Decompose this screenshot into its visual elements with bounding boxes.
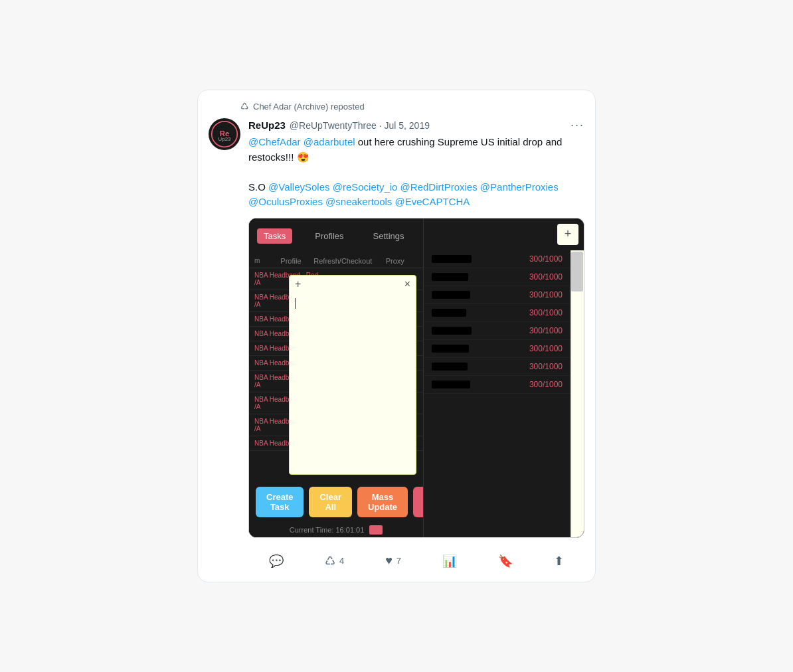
current-time-label: Current Time: 16:01:01 xyxy=(290,526,365,534)
app-inner: Tasks Profiles Settings Proxy Tester m P… xyxy=(249,218,584,537)
nav-profiles[interactable]: Profiles xyxy=(308,228,350,244)
count-display: 300/1000 xyxy=(529,254,563,264)
tweet-header: ReUp23 @ReUpTwentyThree · Jul 5, 2019 ··… xyxy=(248,118,584,132)
blacked-thumbnail xyxy=(432,380,470,388)
tweet-row: Re Up23 ReUp23 @ReUpTwentyThree · Jul 5,… xyxy=(209,118,584,571)
right-row-left xyxy=(432,345,469,353)
count-display: 300/1000 xyxy=(529,290,563,299)
popup-title-bar: + × xyxy=(290,276,416,293)
app-screenshot: Tasks Profiles Settings Proxy Tester m P… xyxy=(248,218,584,538)
nav-settings[interactable]: Settings xyxy=(367,228,411,244)
task-list: NBA Headband - Red /A NBA Headband - Red… xyxy=(249,268,423,481)
right-rows: 300/1000 300/1000 xyxy=(424,250,571,537)
blacked-thumbnail xyxy=(432,363,468,371)
blacked-thumbnail xyxy=(432,291,470,299)
tweet-content: ReUp23 @ReUpTwentyThree · Jul 5, 2019 ··… xyxy=(248,118,584,571)
left-panel: Tasks Profiles Settings Proxy Tester m P… xyxy=(249,218,423,537)
text-cursor xyxy=(295,298,296,309)
user-info: ReUp23 @ReUpTwentyThree · Jul 5, 2019 xyxy=(248,120,430,131)
right-row: 300/1000 xyxy=(424,340,571,358)
reply-action[interactable]: 💬 xyxy=(269,554,284,568)
right-row: 300/1000 xyxy=(424,304,571,322)
analytics-action[interactable]: 📊 xyxy=(442,554,457,568)
more-button[interactable]: ··· xyxy=(571,118,584,132)
count-display: 300/1000 xyxy=(529,344,563,353)
bookmark-icon: 🔖 xyxy=(498,554,513,568)
so-mentions[interactable]: @ValleySoles @reSociety_io @RedDirtProxi… xyxy=(248,181,559,208)
count-display: 300/1000 xyxy=(529,326,563,335)
right-row: 300/1000 xyxy=(424,268,571,286)
retweet-icon: ♺ xyxy=(240,101,249,112)
right-panel: + 300/1000 xyxy=(423,218,584,537)
blacked-thumbnail xyxy=(432,255,472,263)
bottom-bar: Create Task Clear All Mass Update Harves… xyxy=(249,481,423,523)
retweet-action[interactable]: ♺ 4 xyxy=(325,554,344,568)
blacked-thumbnail xyxy=(432,345,469,353)
avatar[interactable]: Re Up23 xyxy=(209,118,240,150)
popup-overlay: + × xyxy=(289,275,416,475)
share-icon: ⬆ xyxy=(554,554,564,568)
mass-update-button[interactable]: Mass Update xyxy=(357,487,408,517)
repost-header: ♺ Chef Adar (Archive) reposted xyxy=(209,101,584,112)
count-display: 300/1000 xyxy=(529,380,563,389)
repost-label: Chef Adar (Archive) reposted xyxy=(253,102,365,112)
create-task-button[interactable]: Create Task xyxy=(256,487,304,517)
mention-chefadar[interactable]: @ChefAdar xyxy=(248,136,301,147)
share-action[interactable]: ⬆ xyxy=(554,554,564,568)
right-row-left xyxy=(432,363,468,371)
right-row-left xyxy=(432,309,466,317)
right-row: 300/1000 xyxy=(424,322,571,340)
right-content: 300/1000 300/1000 xyxy=(424,250,584,537)
right-row-left xyxy=(432,255,472,263)
retweet-icon: ♺ xyxy=(325,554,335,568)
col-refresh: Refresh/Checkout xyxy=(313,257,372,265)
popup-close-button[interactable]: × xyxy=(404,278,410,290)
right-row-left xyxy=(432,380,470,388)
mention-adarbutel[interactable]: @adarbutel xyxy=(304,136,355,147)
count-display: 300/1000 xyxy=(529,272,563,282)
right-row-left xyxy=(432,327,472,335)
retweet-count: 4 xyxy=(339,556,344,566)
handle-date: @ReUpTwentyThree · Jul 5, 2019 xyxy=(290,120,430,131)
like-count: 7 xyxy=(396,556,401,566)
analytics-icon: 📊 xyxy=(442,554,457,568)
col-profile: Profile xyxy=(268,257,314,265)
count-display: 300/1000 xyxy=(529,362,563,371)
status-bar: Current Time: 16:01:01 xyxy=(249,523,423,537)
status-indicator xyxy=(369,525,383,535)
nav-bar: Tasks Profiles Settings Proxy Tester xyxy=(249,218,423,254)
scroll-thumb xyxy=(571,252,583,292)
blacked-thumbnail xyxy=(432,327,472,335)
right-panel-top: + xyxy=(424,218,584,250)
right-row: 300/1000 xyxy=(424,358,571,376)
like-icon: ♥ xyxy=(385,554,393,568)
popup-plus-icon: + xyxy=(295,278,301,290)
nav-tasks[interactable]: Tasks xyxy=(257,228,292,244)
blacked-thumbnail xyxy=(432,273,468,281)
right-yellow-bar xyxy=(571,250,584,537)
col-proxy: Proxy xyxy=(372,257,418,265)
blacked-thumbnail xyxy=(432,309,466,317)
count-display: 300/1000 xyxy=(529,308,563,317)
right-row: 300/1000 xyxy=(424,376,571,394)
bookmark-action[interactable]: 🔖 xyxy=(498,554,513,568)
tweet-card: ♺ Chef Adar (Archive) reposted Re Up23 R… xyxy=(197,90,596,582)
action-bar: 💬 ♺ 4 ♥ 7 📊 🔖 ⬆ xyxy=(248,546,584,571)
right-row-left xyxy=(432,291,470,299)
display-name: ReUp23 xyxy=(248,120,286,131)
tweet-body: @ChefAdar @adarbutel out here crushing S… xyxy=(248,135,584,210)
right-row: 300/1000 xyxy=(424,286,571,304)
add-button[interactable]: + xyxy=(557,224,578,245)
reply-icon: 💬 xyxy=(269,554,284,568)
clear-all-button[interactable]: Clear All xyxy=(309,487,352,517)
right-row: 300/1000 xyxy=(424,250,571,268)
popup-body xyxy=(290,293,416,474)
right-row-left xyxy=(432,273,468,281)
svg-text:Up23: Up23 xyxy=(219,136,231,142)
col-item: m xyxy=(254,257,268,264)
table-header: m Profile Refresh/Checkout Proxy xyxy=(249,254,423,268)
like-action[interactable]: ♥ 7 xyxy=(385,554,401,568)
